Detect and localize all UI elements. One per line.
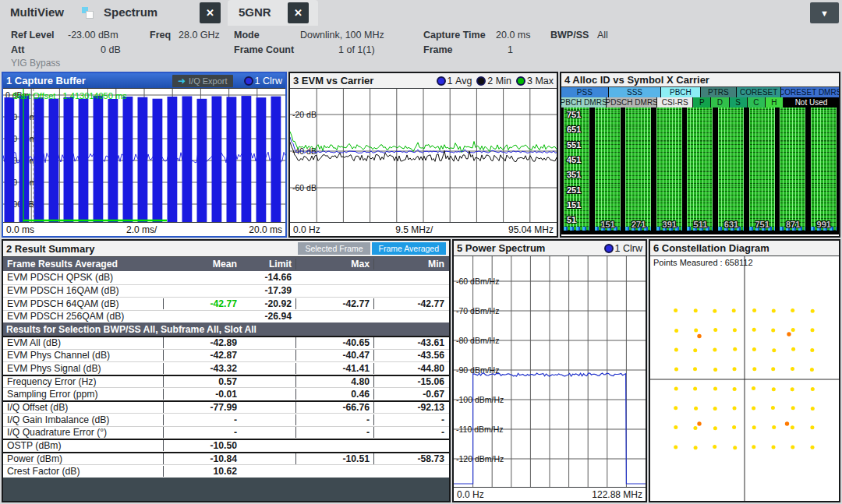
att-value[interactable]: 0 dB [101, 44, 121, 55]
x-tick-start: 0.0 Hz [293, 224, 320, 235]
window-menu-button[interactable]: ▼ [810, 2, 839, 23]
evm-legend-avg: 1 Avg [437, 76, 472, 86]
alloc-x-tick: 631 [721, 220, 741, 229]
result-value: -41.41 [295, 363, 373, 374]
alloc-legend-pdsch-dmrs: PDSCH DMRS [607, 97, 656, 107]
result-value: -26.94 [237, 311, 295, 322]
export-arrow-icon: ➜ [178, 76, 186, 86]
evm-legend-label: Max [535, 76, 554, 86]
iq-export-button[interactable]: ➜ I/Q Export [172, 75, 233, 87]
alloc-legend-pbch-dmrs: PBCH DMRS [561, 97, 606, 107]
power-x-axis: 0.0 Hz 122.88 MHz [454, 487, 646, 501]
svg-text:-70 dBm/Hz: -70 dBm/Hz [456, 306, 499, 315]
result-row: I/Q Quadrature Error (°)--- [3, 426, 449, 439]
alloc-y-tick: 51 [567, 215, 576, 224]
result-value: -42.77 [163, 298, 237, 309]
capture-trace-legend: 1 Clrw [244, 76, 282, 86]
alloc-x-tick: 751 [752, 220, 773, 229]
selected-frame-tab[interactable]: Selected Frame [298, 242, 370, 255]
tab-spectrum[interactable]: Spectrum [104, 5, 157, 19]
trace1-dot-icon [604, 244, 614, 253]
result-label: EVM Phys Channel (dB) [3, 350, 163, 361]
result-value: -0.01 [163, 389, 237, 400]
frame-averaged-tab[interactable]: Frame Averaged [372, 242, 446, 255]
alloc-column-group [780, 107, 805, 231]
alloc-legend-s: S [730, 97, 747, 107]
result-value: -10.51 [295, 453, 373, 464]
freq-label: Freq [150, 30, 171, 41]
capture-buffer-title: 1 Capture Buffer [6, 75, 86, 86]
result-value: -66.76 [295, 402, 373, 413]
alloc-grid[interactable]: 7516515514513512511515115127139151163175… [561, 107, 839, 234]
evm-legend-max: 3 Max [516, 76, 554, 86]
evm-legend-num: 3 [527, 76, 532, 86]
evm-legend-min: 2 Min [476, 76, 511, 86]
col-min: Min [373, 259, 449, 270]
result-value: 0.57 [163, 376, 237, 387]
alloc-legend-row1: PSSSSSPBCHPTRSCORESETCORESET DMRS [561, 87, 839, 97]
result-summary-empty-area [3, 478, 449, 502]
bwp-ss-value[interactable]: All [597, 30, 608, 41]
frame-count-value[interactable]: 1 of 1(1) [338, 44, 375, 55]
capture-buffer-plot[interactable]: 0 dBm-20 dBm-40 dBm-60 dBm-80 dBm-100 dB… [3, 89, 285, 222]
evm-legend-label: Avg [455, 76, 472, 86]
result-value: -43.61 [373, 337, 449, 348]
result-value: -15.06 [373, 376, 449, 387]
result-value: -14.66 [237, 272, 295, 283]
result-value: -43.32 [163, 363, 237, 374]
capture-time-value[interactable]: 20.0 ms [496, 30, 530, 41]
result-value: -44.80 [373, 363, 449, 374]
result-value: - [295, 427, 373, 438]
evm-legend-num: 1 [448, 76, 453, 86]
power-trace-label: 1 Clrw [615, 243, 642, 254]
capture-buffer-titlebar: 1 Capture Buffer ➜ I/Q Export 1 Clrw [3, 73, 285, 89]
power-spectrum-title: 5 Power Spectrum [457, 242, 545, 254]
result-value: - [163, 427, 237, 438]
att-label: Att [11, 44, 24, 55]
result-value: -42.89 [163, 337, 237, 348]
mode-value[interactable]: Downlink, 100 MHz [300, 30, 384, 41]
result-value: 10.62 [163, 466, 237, 477]
close-5gnr-tab-button[interactable]: ✕ [288, 2, 309, 23]
power-spectrum-titlebar: 5 Power Spectrum 1 Clrw [454, 241, 646, 256]
yig-bypass-label: YIG Bypass [11, 58, 60, 69]
result-value: -43.56 [373, 350, 449, 361]
alloc-column-group [656, 107, 682, 231]
x-tick-start: 0.0 ms [6, 224, 34, 235]
constellation-plot[interactable]: Points Measured : 658112 [650, 256, 839, 501]
freq-value[interactable]: 28.0 GHz [179, 30, 220, 41]
constellation-title: 6 Constellation Diagram [653, 242, 769, 254]
result-row: Crest Factor (dB)10.62 [3, 464, 449, 478]
svg-text:-60 dB: -60 dB [292, 183, 317, 192]
result-row: EVM PDSCH 64QAM (dB)-42.77-20.92-42.77-4… [3, 297, 449, 310]
start-offset-annotation: Start Offset : 1.413014950 ms [12, 91, 127, 100]
power-trace-legend: 1 Clrw [604, 243, 642, 254]
alloc-legend-csi-rs: CSI-RS [657, 97, 692, 107]
result-value: -58.73 [373, 453, 449, 464]
alloc-x-tick: 871 [783, 220, 803, 229]
alloc-x-tick: 271 [628, 220, 649, 229]
result-label: EVM PDSCH 16QAM (dB) [3, 285, 163, 296]
ref-level-value[interactable]: -23.00 dBm [68, 30, 119, 41]
alloc-column-group [749, 107, 775, 231]
evm-titlebar: 3 EVM vs Carrier 1 Avg 2 Min 3 Max [290, 73, 557, 89]
power-spectrum-plot[interactable]: -60 dBm/Hz-70 dBm/Hz-80 dBm/Hz-90 dBm/Hz… [454, 256, 646, 487]
result-row: EVM PDSCH QPSK (dB)-14.66 [3, 271, 449, 284]
svg-text:-60 dBm/Hz: -60 dBm/Hz [456, 277, 499, 286]
result-label: Crest Factor (dB) [3, 466, 163, 477]
evm-plot[interactable]: -20 dB-40 dB-60 dB [290, 89, 557, 222]
x-tick-perdiv: 2.0 ms/ [126, 224, 157, 235]
result-value: - [373, 427, 449, 438]
evm-legend-num: 2 [487, 76, 493, 86]
close-spectrum-tab-button[interactable]: ✕ [200, 2, 221, 23]
frame-value[interactable]: 1 [508, 44, 513, 55]
x-tick-end: 95.04 MHz [508, 224, 554, 235]
multiview-icon [82, 7, 94, 19]
col-limit: Limit [237, 259, 295, 270]
svg-text:-100 dBm/Hz: -100 dBm/Hz [456, 395, 504, 404]
evm-title: 3 EVM vs Carrier [293, 75, 373, 86]
multiview-button[interactable]: MultiView [10, 5, 64, 19]
panel-capture-buffer: 1 Capture Buffer ➜ I/Q Export 1 Clrw 0 d… [2, 72, 287, 238]
result-row: Power (dBm)-10.84-10.51-58.73 [3, 452, 449, 465]
result-summary-title: 2 Result Summary [6, 243, 94, 255]
